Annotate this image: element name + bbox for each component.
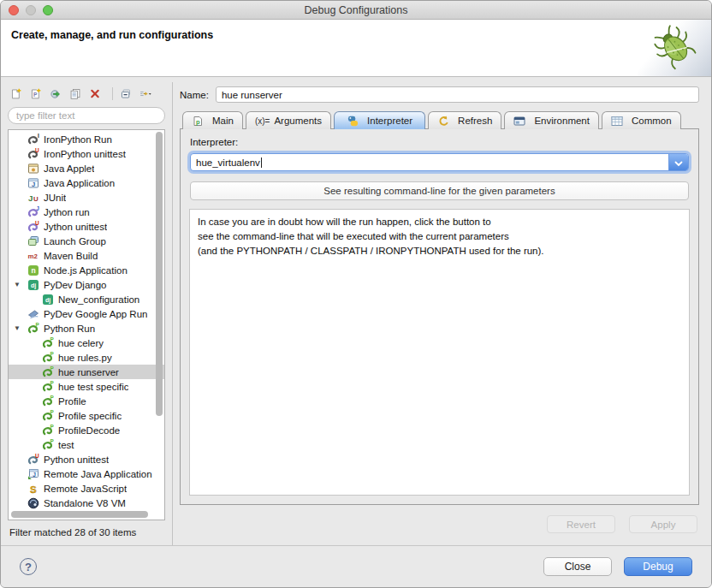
interpreter-label: Interpreter: [190, 137, 690, 147]
refresh-tab-icon [437, 115, 449, 127]
svg-text:P: P [35, 323, 39, 328]
tree-item-test[interactable]: Ptest [9, 437, 164, 452]
run-info-text: In case you are in doubt how will the ru… [189, 209, 690, 496]
filter-dropdown-button[interactable] [139, 85, 157, 102]
tree-item-pydev-google-app-run[interactable]: PyDev Google App Run [9, 306, 164, 321]
svg-text:U: U [35, 221, 39, 226]
junit-icon: JU [27, 192, 39, 204]
tree-item-remote-javascript[interactable]: SRemote JavaScript [9, 481, 164, 496]
svg-text:P: P [50, 366, 54, 371]
tree-item-maven-build[interactable]: m2Maven Build [9, 248, 164, 263]
config-tree: IIronPython RunUIronPython unittestJava … [8, 129, 165, 520]
tree-vertical-scrollbar[interactable] [156, 132, 163, 416]
tree-item-label: New_configuration [58, 294, 139, 305]
python-run-icon: P [42, 366, 54, 378]
svg-text:P: P [50, 425, 54, 430]
collapse-all-button[interactable] [119, 85, 137, 102]
python-run-icon: P [42, 395, 54, 407]
tree-item-junit[interactable]: JUJUnit [9, 190, 164, 205]
tree-item-label: ProfileDecode [58, 425, 120, 436]
close-button[interactable]: Close [543, 557, 612, 576]
tab-arguments[interactable]: (x)=Arguments [246, 111, 331, 129]
debug-button[interactable]: Debug [624, 557, 692, 576]
svg-text:J: J [36, 206, 39, 211]
tab-common[interactable]: Common [602, 111, 681, 129]
tab-main[interactable]: pMain [182, 111, 243, 129]
tree-item-jython-run[interactable]: JJython run [9, 205, 164, 219]
interpreter-combo[interactable]: hue_virtualenv [190, 153, 689, 171]
tree-item-label: Profile [58, 396, 86, 407]
python-run-icon: P [42, 410, 54, 422]
see-command-line-button[interactable]: See resulting command-line for the given… [190, 181, 689, 200]
tree-item-hue-rules-py[interactable]: Phue rules.py [9, 350, 164, 365]
expand-arrow-icon[interactable]: ▼ [14, 324, 21, 332]
tree-item-java-applet[interactable]: Java Applet [9, 161, 164, 175]
config-tree-rows: IIronPython RunUIronPython unittestJava … [9, 130, 164, 510]
interpreter-tab-pane: Interpreter: hue_virtualenv See resultin… [180, 128, 699, 505]
help-button[interactable]: ? [20, 558, 37, 575]
export-config-button[interactable] [49, 85, 67, 102]
tab-environment[interactable]: Environment [504, 111, 599, 129]
v8-icon [27, 497, 39, 509]
tree-item-hue-runserver[interactable]: Phue runserver [9, 365, 164, 379]
new-config-button[interactable] [9, 85, 27, 102]
tree-item-ironpython-unittest[interactable]: UIronPython unittest [9, 146, 164, 161]
delete-config-button[interactable] [88, 85, 106, 102]
tree-item-pydev-django[interactable]: ▼djPyDev Django [9, 277, 164, 292]
new-prototype-button[interactable]: P [29, 85, 47, 102]
config-toolbar: P [8, 82, 167, 104]
tree-item-label: Python Run [44, 324, 95, 334]
svg-text:U: U [35, 148, 39, 153]
tree-item-jython-unittest[interactable]: UJython unittest [9, 219, 164, 234]
tree-item-python-run[interactable]: ▼PPython Run [9, 321, 164, 336]
tab-refresh[interactable]: Refresh [428, 111, 501, 129]
java-application-icon: J [27, 177, 39, 189]
tree-item-hue-test-specific[interactable]: Phue test specific [9, 379, 164, 394]
name-row: Name: [180, 86, 699, 103]
config-tabs: pMain(x)=ArgumentsInterpreterRefreshEnvi… [180, 110, 701, 129]
text-cursor [261, 157, 262, 168]
svg-text:U: U [35, 454, 39, 459]
python-run-icon: P [42, 352, 54, 364]
combo-dropdown-button[interactable] [668, 154, 688, 170]
tree-item-hue-celery[interactable]: Phue celery [9, 336, 164, 350]
tree-item-new-configuration[interactable]: djNew_configuration [9, 292, 164, 306]
revert-button[interactable]: Revert [547, 515, 615, 533]
apply-button[interactable]: Apply [629, 515, 697, 533]
python-run-icon: P [42, 439, 54, 451]
tree-item-profile-specific[interactable]: PProfile specific [9, 408, 164, 423]
dialog-header-title: Create, manage, and run configurations [11, 29, 213, 41]
tree-item-launch-group[interactable]: Launch Group [9, 234, 164, 248]
jython-unittest-icon: U [27, 221, 39, 233]
window-controls [9, 5, 53, 15]
tree-horizontal-scrollbar[interactable] [11, 511, 148, 518]
export-config-icon [50, 87, 62, 99]
tree-item-profiledecode[interactable]: PProfileDecode [9, 423, 164, 437]
svg-text:m2: m2 [27, 252, 38, 260]
tree-item-python-unittest[interactable]: UPython unittest [9, 452, 164, 466]
svg-text:n: n [31, 266, 35, 275]
maven-icon: m2 [27, 250, 39, 262]
minimize-window-button[interactable] [26, 5, 36, 15]
tree-item-remote-java-application[interactable]: JRemote Java Application [9, 466, 164, 481]
svg-text:P: P [50, 352, 54, 357]
title-bar[interactable]: Debug Configurations [1, 1, 711, 20]
filter-input[interactable] [8, 107, 165, 124]
remote-js-icon: S [27, 483, 39, 495]
duplicate-config-button[interactable] [68, 85, 86, 102]
close-window-button[interactable] [9, 5, 19, 15]
svg-text:dj: dj [45, 297, 50, 304]
tree-item-ironpython-run[interactable]: IIronPython Run [9, 132, 164, 146]
tree-item-label: IronPython Run [44, 134, 112, 145]
delete-config-icon [89, 87, 101, 99]
name-input[interactable] [216, 86, 699, 103]
tree-item-standalone-v8-vm[interactable]: Standalone V8 VM [9, 496, 164, 510]
tree-item-label: JUnit [44, 193, 66, 203]
tree-item-profile[interactable]: PProfile [9, 394, 164, 408]
tree-item-java-application[interactable]: JJava Application [9, 175, 164, 190]
tree-item-node-js-application[interactable]: nNode.js Application [9, 263, 164, 277]
zoom-window-button[interactable] [43, 5, 53, 15]
expand-arrow-icon[interactable]: ▼ [14, 281, 21, 288]
tree-item-label: Remote JavaScript [44, 484, 127, 494]
tab-interpreter[interactable]: Interpreter [334, 111, 425, 129]
